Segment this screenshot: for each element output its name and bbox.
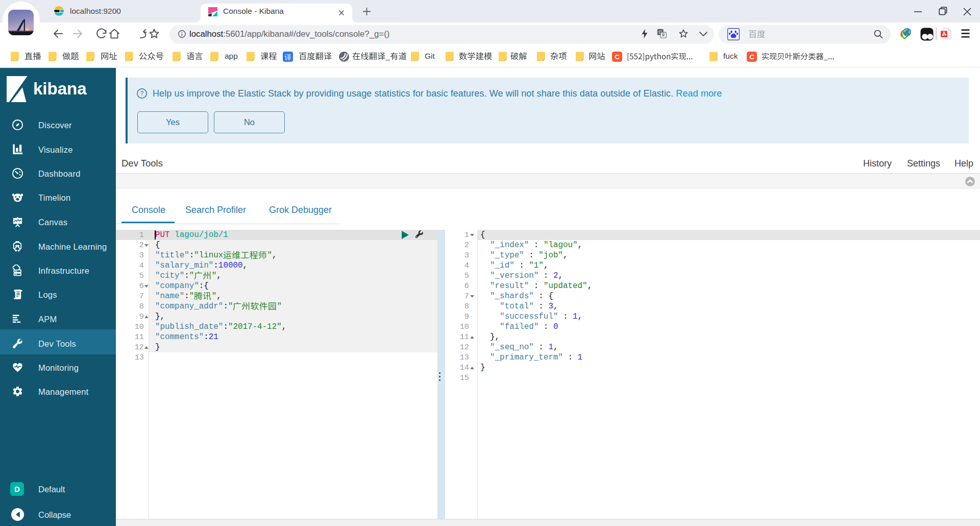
svg-text:C: C (749, 53, 754, 61)
svg-text:?: ? (140, 90, 144, 97)
svg-text:C: C (615, 53, 620, 61)
